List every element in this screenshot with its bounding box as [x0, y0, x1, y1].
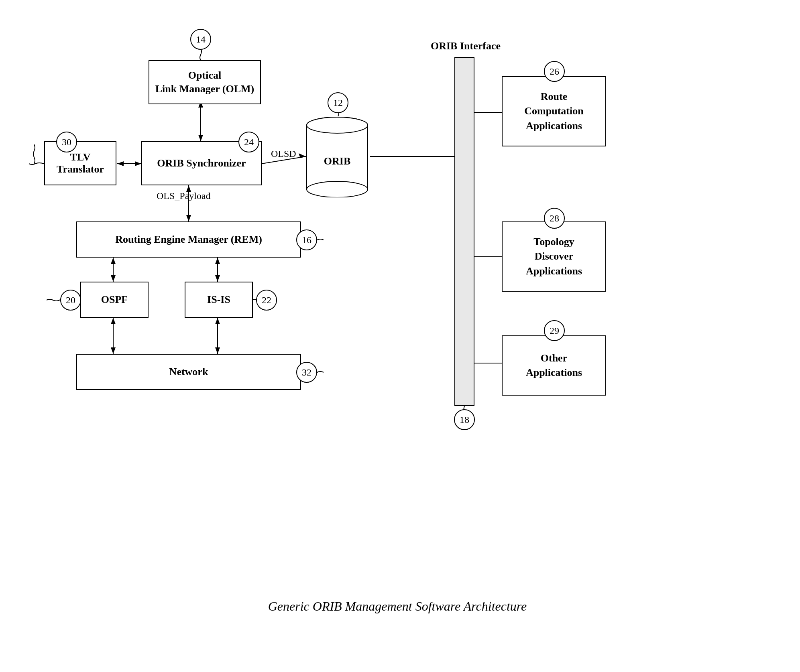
- olsd-label: OLSD: [271, 148, 296, 159]
- connectors-svg: [32, 24, 763, 626]
- orib-interface-label: ORIB Interface: [421, 40, 510, 52]
- box-rem: Routing Engine Manager (REM): [76, 221, 301, 258]
- circle-26: 26: [544, 61, 565, 82]
- svg-marker-16: [111, 318, 116, 324]
- box-route-comp: RouteComputationApplications: [502, 76, 606, 146]
- circle-30: 30: [56, 132, 77, 152]
- circle-24: 24: [238, 132, 259, 152]
- svg-marker-17: [111, 347, 116, 354]
- circle-18: 18: [454, 409, 475, 430]
- svg-marker-4: [117, 161, 124, 166]
- box-tlv: TLVTranslator: [44, 141, 116, 185]
- diagram: ORIB Interface 14 OpticalLink Manager (O…: [32, 24, 763, 626]
- orib-interface-bar: [454, 57, 474, 406]
- orib-cylinder: ORIB: [305, 117, 369, 197]
- circle-22: 22: [256, 290, 277, 311]
- svg-text:ORIB: ORIB: [324, 155, 350, 167]
- circle-29: 29: [544, 320, 565, 341]
- svg-point-32: [307, 181, 368, 197]
- box-olm: OpticalLink Manager (OLM): [149, 60, 261, 104]
- box-ospf: OSPF: [80, 282, 149, 318]
- ols-payload-label: OLS_Payload: [157, 191, 211, 201]
- svg-marker-14: [215, 275, 220, 282]
- svg-marker-13: [215, 258, 220, 264]
- circle-16: 16: [296, 229, 317, 250]
- box-isis: IS-IS: [185, 282, 253, 318]
- svg-marker-19: [215, 318, 220, 324]
- circle-28: 28: [544, 208, 565, 229]
- circle-32: 32: [296, 362, 317, 383]
- svg-marker-1: [198, 135, 203, 141]
- svg-marker-10: [111, 258, 116, 264]
- svg-point-33: [307, 117, 368, 133]
- box-network: Network: [76, 354, 301, 390]
- circle-14: 14: [190, 29, 211, 50]
- svg-marker-8: [186, 215, 191, 221]
- svg-marker-11: [111, 275, 116, 282]
- svg-marker-20: [215, 347, 220, 354]
- box-topology: TopologyDiscoverApplications: [502, 221, 606, 292]
- caption: Generic ORIB Management Software Archite…: [268, 599, 527, 614]
- circle-20: 20: [60, 290, 81, 311]
- circle-12: 12: [328, 92, 348, 113]
- svg-marker-5: [135, 161, 141, 166]
- box-other: OtherApplications: [502, 335, 606, 396]
